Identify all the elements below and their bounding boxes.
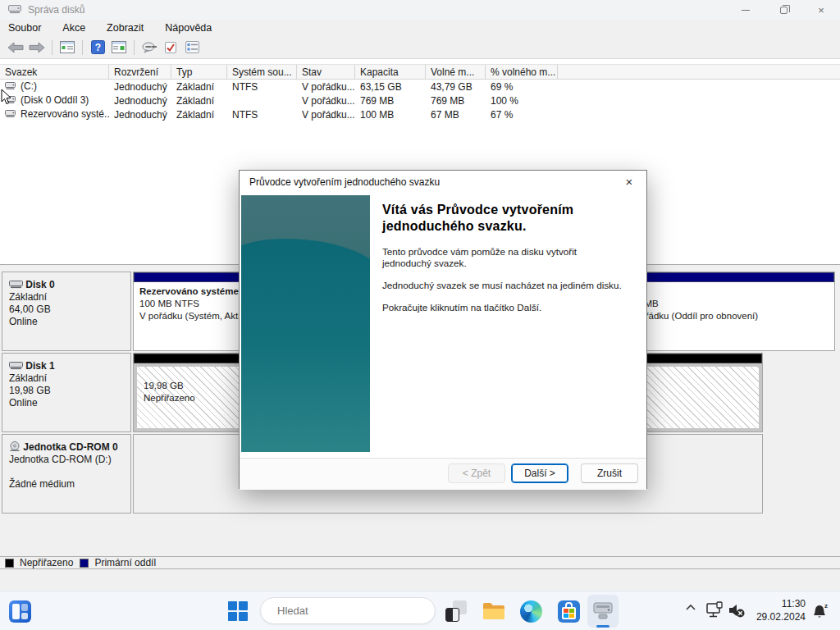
app-icon <box>8 3 21 16</box>
taskbar: 11:30 29.02.2024 z <box>0 591 840 630</box>
col-kapacita[interactable]: Kapacita <box>355 65 426 79</box>
widgets-icon[interactable] <box>7 598 33 624</box>
back-icon[interactable] <box>6 38 25 57</box>
primary-partition-bar <box>616 272 834 282</box>
edge-icon[interactable] <box>518 598 544 624</box>
console-tree-icon[interactable] <box>57 38 77 57</box>
tray-volume-muted-icon[interactable] <box>727 601 746 622</box>
clock-date: 29.02.2024 <box>748 610 806 623</box>
start-icon[interactable] <box>225 598 251 624</box>
wizard-paragraph-3: Pokračujte kliknutím na tlačítko Další. <box>382 302 628 313</box>
wizard-footer: < Zpět Další > Zrušit <box>240 459 646 490</box>
wizard-title: Průvodce vytvořením jednoduchého svazku <box>249 176 440 188</box>
cancel-button[interactable]: Zrušit <box>581 463 638 483</box>
volume-icon <box>5 109 16 121</box>
table-row[interactable]: (Disk 0 Oddíl 3) Jednoduchý Základní V p… <box>0 94 840 107</box>
volume-list-header: Svazek Rozvržení Typ Systém sou... Stav … <box>0 64 840 80</box>
task-view-icon[interactable] <box>443 598 469 624</box>
check-mark-icon[interactable] <box>161 38 180 57</box>
new-simple-volume-wizard: Průvodce vytvořením jednoduchého svazku … <box>239 170 647 489</box>
legend-primary-partition: Primární oddíl <box>80 557 156 568</box>
col-pct-volneho[interactable]: % volného m... <box>486 65 558 79</box>
notification-bell-icon[interactable]: z <box>810 601 829 623</box>
col-volne-misto[interactable]: Volné m... <box>426 65 486 79</box>
file-explorer-icon[interactable] <box>481 598 507 624</box>
disk-icon <box>9 279 23 290</box>
menu-zobrazit[interactable]: Zobrazit <box>107 22 144 34</box>
disk-icon <box>9 360 23 372</box>
menu-akce[interactable]: Akce <box>62 22 85 34</box>
toolbar: ? <box>0 36 840 59</box>
search-input[interactable] <box>277 605 422 617</box>
screen: Správa disků × Soubor Akce Zobrazit Nápo… <box>0 0 840 630</box>
help-icon[interactable]: ? <box>88 38 107 57</box>
wizard-body: Vítá vás Průvodce vytvořením jednoduchéh… <box>382 202 628 324</box>
legend-swatch-unallocated <box>5 559 14 568</box>
restore-icon[interactable] <box>765 0 802 20</box>
next-button[interactable]: Další > <box>511 463 568 483</box>
partition-title-spacer <box>626 285 829 298</box>
tray-clock[interactable]: 11:30 29.02.2024 <box>748 597 806 623</box>
wizard-paragraph-2: Jednoduchý svazek se musí nacházet na je… <box>382 280 628 291</box>
legend-unallocated: Nepřiřazeno <box>5 557 73 568</box>
mouse-cursor <box>1 89 12 105</box>
col-svazek[interactable]: Svazek <box>0 65 109 79</box>
menubar: Soubor Akce Zobrazit Nápověda <box>0 20 840 36</box>
table-row[interactable]: Rezervováno systé... Jednoduchý Základní… <box>0 107 840 121</box>
disk0-partition-recovery[interactable]: 769 MB V pořádku (Oddíl pro obnovení) <box>616 272 834 350</box>
window-titlebar: Správa disků × <box>0 0 840 20</box>
microsoft-store-icon[interactable] <box>555 598 582 624</box>
svg-text:?: ? <box>94 42 100 53</box>
wizard-sidebar-art <box>241 195 370 452</box>
popup-view-icon[interactable] <box>139 38 159 57</box>
disk-management-taskbar-icon[interactable] <box>587 595 619 628</box>
action-pane-icon[interactable] <box>109 38 129 57</box>
disk1-label[interactable]: Disk 1 Základní 19,98 GB Online <box>2 353 131 432</box>
minimize-icon[interactable] <box>727 0 765 20</box>
col-rozvrzeni[interactable]: Rozvržení <box>109 65 171 79</box>
active-app-indicator <box>596 625 609 628</box>
close-icon[interactable]: × <box>802 0 840 20</box>
cdrom-icon <box>9 441 21 453</box>
col-typ[interactable]: Typ <box>171 65 227 79</box>
cdrom-label[interactable]: Jednotka CD-ROM 0 Jednotka CD-ROM (D:) Ž… <box>2 434 131 514</box>
menu-napoveda[interactable]: Nápověda <box>165 22 212 34</box>
tray-network-icon[interactable] <box>705 601 725 622</box>
taskbar-search[interactable] <box>260 597 436 624</box>
wizard-titlebar: Průvodce vytvořením jednoduchého svazku … <box>240 171 646 193</box>
wizard-heading: Vítá vás Průvodce vytvořením jednoduchéh… <box>382 202 628 235</box>
wizard-paragraph-1: Tento průvodce vám pomůže na disku vytvo… <box>382 246 628 269</box>
clock-time: 11:30 <box>748 597 806 610</box>
table-row[interactable]: (C:) Jednoduchý Základní NTFS V pořádku.… <box>0 80 840 94</box>
back-button[interactable]: < Zpět <box>448 463 505 483</box>
forward-icon[interactable] <box>27 38 47 57</box>
col-system-souboru[interactable]: Systém sou... <box>227 65 297 79</box>
legend-swatch-primary <box>80 559 89 568</box>
tray-chevron-up-icon[interactable] <box>684 601 697 617</box>
legend: Nepřiřazeno Primární oddíl <box>0 556 840 569</box>
svg-text:z: z <box>824 602 828 609</box>
window-title: Správa disků <box>28 4 84 16</box>
col-stav[interactable]: Stav <box>297 65 355 79</box>
disk0-label[interactable]: Disk 0 Základní 64,00 GB Online <box>2 272 131 351</box>
checklist-icon[interactable] <box>182 38 202 57</box>
menu-soubor[interactable]: Soubor <box>8 22 41 34</box>
wizard-close-icon[interactable]: × <box>615 171 643 193</box>
